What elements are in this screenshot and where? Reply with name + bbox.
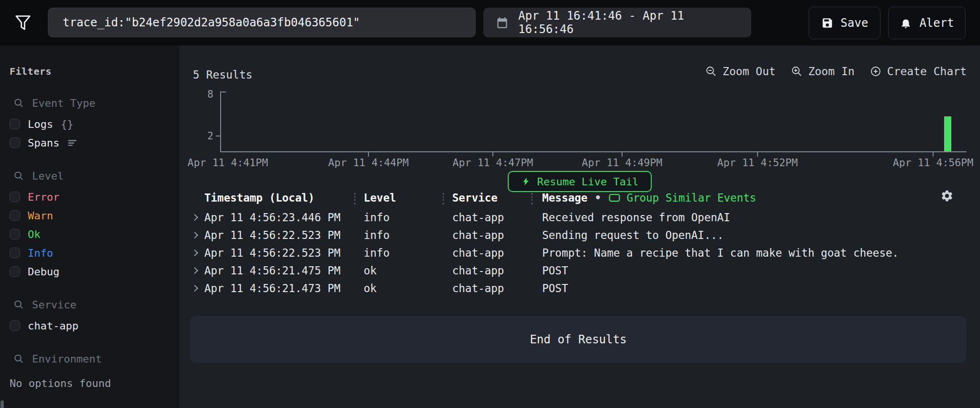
row-service: chat-app [452, 247, 504, 259]
row-level: info [364, 211, 390, 224]
zoom-in-button[interactable]: Zoom In [791, 65, 855, 78]
column-separator[interactable] [531, 193, 533, 204]
facet-item-info[interactable]: Info [10, 246, 179, 260]
chevron-right-icon[interactable] [191, 231, 198, 238]
chevron-right-icon[interactable] [191, 284, 198, 291]
no-options-message: No options found [10, 377, 179, 389]
event-type-facet-search [13, 97, 179, 109]
ok-checkbox[interactable] [10, 229, 20, 239]
environment-search-input[interactable] [32, 353, 152, 365]
chat-app-label: chat-app [28, 320, 78, 332]
row-timestamp: Apr 11 4:56:21.473 PM [204, 282, 340, 295]
ok-label: Ok [28, 228, 41, 240]
row-timestamp: Apr 11 4:56:22.523 PM [204, 247, 340, 259]
y-axis-tick-8: 8 [195, 89, 213, 100]
warn-checkbox[interactable] [10, 210, 20, 221]
zoom-out-label: Zoom Out [723, 65, 776, 78]
info-checkbox[interactable] [10, 248, 20, 258]
list-lines-icon [67, 137, 78, 148]
chart-bar[interactable] [944, 116, 951, 151]
alert-button[interactable]: Alert [888, 7, 966, 39]
y-axis-line [220, 91, 221, 152]
search-input[interactable] [48, 8, 476, 37]
chevron-right-icon[interactable] [191, 249, 198, 256]
column-separator[interactable] [443, 193, 444, 204]
gear-icon[interactable] [940, 189, 954, 203]
magnifier-minus-icon [705, 66, 717, 77]
facet-item-chat-app[interactable]: chat-app [10, 318, 179, 333]
chat-app-checkbox[interactable] [10, 320, 20, 331]
resume-live-tail-label: Resume Live Tail [537, 176, 639, 188]
service-search-input[interactable] [32, 299, 152, 311]
results-histogram[interactable]: 8 2 Apr 11 4:41PM Apr 11 4:44PM Apr 11 4… [220, 89, 967, 170]
results-main: 5 Results Zoom Out Zoom In [179, 45, 980, 408]
results-table-body: Apr 11 4:56:23.446 PM info chat-app Rece… [179, 208, 980, 297]
event-type-search-input[interactable] [32, 97, 152, 109]
chart-actions: Zoom Out Zoom In Create Chart [705, 65, 967, 78]
col-header-message-group: Message • Group Similar Events [542, 192, 756, 204]
date-range-picker[interactable]: Apr 11 16:41:46 - Apr 11 16:56:46 [483, 8, 751, 37]
x-axis-label: Apr 11 4:49PM [582, 157, 662, 169]
error-checkbox[interactable] [10, 192, 20, 202]
log-viewer-app: Apr 11 16:41:46 - Apr 11 16:56:46 Save A… [0, 0, 980, 408]
floppy-icon [821, 17, 834, 29]
x-axis-label: Apr 11 4:47PM [453, 157, 533, 169]
facet-item-logs[interactable]: Logs {} [10, 117, 179, 131]
facet-item-debug[interactable]: Debug [10, 264, 179, 279]
log-row[interactable]: Apr 11 4:56:21.473 PM ok chat-app POST [179, 279, 980, 297]
topbar: Apr 11 16:41:46 - Apr 11 16:56:46 Save A… [0, 0, 980, 45]
spans-checkbox[interactable] [10, 137, 20, 148]
log-row[interactable]: Apr 11 4:56:21.475 PM ok chat-app POST [179, 261, 980, 279]
level-search-input[interactable] [32, 170, 152, 182]
sidebar-scrollbar-thumb[interactable] [0, 400, 4, 408]
magnifier-icon [13, 98, 24, 109]
debug-label: Debug [28, 266, 59, 278]
end-of-results-banner: End of Results [190, 316, 967, 363]
y-axis-top-cap [220, 91, 226, 92]
x-axis-label: Apr 11 4:41PM [188, 157, 268, 169]
col-header-service: Service [452, 192, 498, 204]
x-axis-tick-mark [492, 152, 493, 157]
create-chart-button[interactable]: Create Chart [870, 65, 967, 78]
row-service: chat-app [452, 264, 504, 277]
column-separator[interactable] [354, 193, 356, 204]
resume-live-tail-button[interactable]: Resume Live Tail [508, 171, 652, 192]
spans-label: Spans [28, 137, 59, 149]
row-message: POST [542, 264, 568, 277]
x-axis-tick-mark [933, 152, 934, 157]
row-level: info [364, 247, 390, 259]
service-facet-search [13, 299, 179, 311]
results-count: 5 Results [193, 68, 253, 81]
facet-item-error[interactable]: Error [10, 190, 179, 204]
save-button[interactable]: Save [809, 7, 880, 39]
row-service: chat-app [452, 282, 504, 295]
results-table-header: Timestamp (Local) Level Service Message … [179, 191, 980, 206]
log-row[interactable]: Apr 11 4:56:22.523 PM info chat-app Prom… [179, 244, 980, 261]
bell-icon [900, 17, 912, 29]
debug-checkbox[interactable] [10, 266, 20, 277]
error-label: Error [28, 191, 59, 203]
log-row[interactable]: Apr 11 4:56:23.446 PM info chat-app Rece… [179, 208, 980, 226]
chevron-right-icon[interactable] [191, 214, 198, 220]
y-axis-tick-2: 2 [195, 130, 213, 142]
row-message: POST [542, 282, 568, 295]
x-axis-tick-mark [622, 152, 623, 157]
log-row[interactable]: Apr 11 4:56:22.523 PM info chat-app Send… [179, 226, 980, 244]
chevron-right-icon[interactable] [191, 267, 198, 273]
facet-item-warn[interactable]: Warn [10, 208, 179, 223]
group-similar-events-link[interactable]: Group Similar Events [608, 192, 756, 204]
facet-item-spans[interactable]: Spans [10, 136, 179, 150]
zoom-out-button[interactable]: Zoom Out [705, 65, 776, 78]
end-of-results-label: End of Results [530, 333, 626, 346]
level-facet-search [13, 170, 179, 182]
filters-sidebar: Filters Logs {} Spans [0, 45, 179, 408]
x-axis-tick-mark [368, 152, 369, 157]
x-axis-label: Apr 11 4:56PM [893, 157, 973, 169]
calendar-icon [496, 16, 509, 29]
facet-item-ok[interactable]: Ok [10, 227, 179, 241]
x-axis-line [220, 151, 967, 152]
y-axis-tick-mark [216, 136, 220, 136]
magnifier-icon [13, 353, 24, 364]
logs-checkbox[interactable] [10, 119, 20, 129]
col-header-level: Level [364, 192, 396, 204]
